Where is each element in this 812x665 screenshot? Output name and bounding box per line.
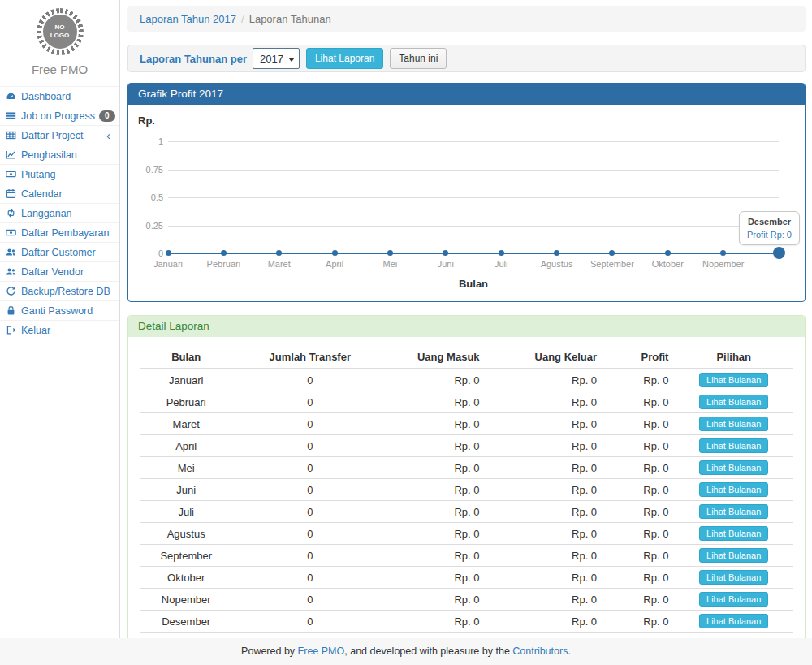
sidebar-item-langganan[interactable]: Langganan xyxy=(0,203,119,222)
lihat-bulanan-button[interactable]: Lihat Bulanan xyxy=(699,438,768,453)
tasks-icon xyxy=(6,110,17,122)
sidebar-item-calendar[interactable]: Calendar xyxy=(0,184,119,203)
column-header: Profit xyxy=(603,347,675,369)
profit-line xyxy=(168,253,779,255)
sidebar-item-daftar-pembayaran[interactable]: Daftar Pembayaran xyxy=(0,222,119,242)
lihat-bulanan-button[interactable]: Lihat Bulanan xyxy=(699,614,768,628)
sidebar-item-daftar-project[interactable]: Daftar Project‹ xyxy=(0,125,119,145)
profit-cell: Rp. 0 xyxy=(603,391,675,413)
uang_keluar-cell: Rp. 0 xyxy=(486,589,604,611)
data-point-pebruari[interactable] xyxy=(221,250,227,256)
x-tick-label: Pebruari xyxy=(207,259,241,269)
sidebar-item-job-on-progress[interactable]: Job on Progress0 xyxy=(0,106,119,125)
uang_masuk-cell: Rp. 0 xyxy=(388,391,486,413)
uang_masuk-cell: Rp. 0 xyxy=(388,501,486,523)
sidebar-item-label: Daftar Pembayaran xyxy=(21,227,109,239)
lihat-bulanan-button[interactable]: Lihat Bulanan xyxy=(699,373,768,387)
x-tick-label: April xyxy=(326,259,343,269)
lihat-bulanan-button[interactable]: Lihat Bulanan xyxy=(699,526,768,541)
bulan-cell: Juli xyxy=(140,501,231,523)
sidebar-item-backup-restore-db[interactable]: Backup/Restore DB xyxy=(0,281,119,300)
uang_masuk-cell: Rp. 0 xyxy=(388,369,486,391)
lihat-bulanan-button[interactable]: Lihat Bulanan xyxy=(699,482,768,497)
sidebar-item-ganti-password[interactable]: Ganti Password xyxy=(0,300,119,320)
sidebar-item-label: Calendar xyxy=(21,188,63,200)
dashboard-icon xyxy=(6,91,17,102)
data-point-januari[interactable] xyxy=(166,250,171,256)
sidebar-item-daftar-customer[interactable]: Daftar Customer xyxy=(0,242,119,261)
action-cell: Lihat Bulanan xyxy=(675,545,793,567)
lihat-bulanan-button[interactable]: Lihat Bulanan xyxy=(699,395,768,409)
lihat-bulanan-button[interactable]: Lihat Bulanan xyxy=(699,548,768,563)
jumlah_transfer-cell: 0 xyxy=(231,457,388,479)
money-icon xyxy=(6,227,17,239)
lihat-laporan-button[interactable]: Lihat Laporan xyxy=(306,48,383,70)
table-row: Januari0Rp. 0Rp. 0Rp. 0Lihat Bulanan xyxy=(140,369,793,391)
x-tick-label: Mei xyxy=(383,259,398,269)
lihat-bulanan-button[interactable]: Lihat Bulanan xyxy=(699,460,768,475)
table-icon xyxy=(6,130,17,141)
footer-text-suffix: . xyxy=(568,646,570,657)
data-point-april[interactable] xyxy=(332,250,338,256)
data-point-juli[interactable] xyxy=(499,250,504,256)
data-point-september[interactable] xyxy=(609,250,615,256)
uang_masuk-cell: Rp. 0 xyxy=(388,413,486,435)
data-point-juni[interactable] xyxy=(443,250,448,256)
profit-chart-plot: Desember Profit Rp: 0 00.250.50.751Janua… xyxy=(168,141,779,253)
footer-text-middle: , and developed with pleasure by the xyxy=(344,646,512,657)
x-tick-label: Januari xyxy=(153,259,183,269)
sidebar-item-piutang[interactable]: Piutang xyxy=(0,164,119,184)
lihat-bulanan-button[interactable]: Lihat Bulanan xyxy=(699,504,768,519)
lihat-bulanan-button[interactable]: Lihat Bulanan xyxy=(699,417,768,431)
sidebar-item-label: Backup/Restore DB xyxy=(21,286,110,297)
breadcrumb-link[interactable]: Laporan Tahun 2017 xyxy=(140,13,236,25)
profit-chart-panel: Grafik Profit 2017 Rp. Desember Profit R… xyxy=(127,83,806,302)
profit-cell: Rp. 0 xyxy=(603,501,675,523)
action-cell: Lihat Bulanan xyxy=(675,567,793,589)
sidebar: NO LOGO Free PMO DashboardJob on Progres… xyxy=(0,0,120,638)
jumlah_transfer-cell: 0 xyxy=(231,545,388,567)
data-point-oktober[interactable] xyxy=(665,250,671,256)
table-row: Oktober0Rp. 0Rp. 0Rp. 0Lihat Bulanan xyxy=(140,567,793,589)
data-point-maret[interactable] xyxy=(276,250,282,256)
data-point-desember[interactable] xyxy=(773,247,785,259)
sidebar-item-label: Job on Progress xyxy=(21,110,95,122)
column-header: Uang Masuk xyxy=(388,347,486,369)
column-header: Jumlah Transfer xyxy=(231,347,388,369)
uang_keluar-cell: Rp. 0 xyxy=(486,391,604,413)
table-row: Mei0Rp. 0Rp. 0Rp. 0Lihat Bulanan xyxy=(140,457,793,479)
jumlah_transfer-cell: 0 xyxy=(231,391,388,413)
free-pmo-link[interactable]: Free PMO xyxy=(298,646,345,657)
retweet-icon xyxy=(6,208,17,219)
column-header: Pilihan xyxy=(675,347,793,369)
gridline xyxy=(168,170,779,171)
page-footer: Powered by Free PMO, and developed with … xyxy=(0,638,812,665)
tahun-ini-button[interactable]: Tahun ini xyxy=(390,48,447,70)
y-tick-label: 0.75 xyxy=(135,165,163,175)
data-point-mei[interactable] xyxy=(387,250,393,256)
lihat-bulanan-button[interactable]: Lihat Bulanan xyxy=(699,592,768,607)
action-cell: Lihat Bulanan xyxy=(675,611,793,633)
sidebar-item-daftar-vendor[interactable]: Daftar Vendor xyxy=(0,261,119,281)
y-tick-label: 0.5 xyxy=(135,192,163,202)
uang_keluar-cell: Rp. 0 xyxy=(486,369,604,391)
x-tick-label: Juni xyxy=(438,259,454,269)
bulan-cell: September xyxy=(140,545,231,567)
table-row: Juni0Rp. 0Rp. 0Rp. 0Lihat Bulanan xyxy=(140,479,793,501)
sidebar-item-dashboard[interactable]: Dashboard xyxy=(0,86,119,106)
uang_keluar-cell: Rp. 0 xyxy=(486,457,604,479)
jumlah_transfer-cell: 0 xyxy=(231,567,388,589)
jumlah_transfer-cell: 0 xyxy=(231,611,388,633)
jumlah_transfer-cell: 0 xyxy=(231,523,388,545)
sidebar-item-keluar[interactable]: Keluar xyxy=(0,320,119,339)
lihat-bulanan-button[interactable]: Lihat Bulanan xyxy=(699,570,768,585)
jumlah_transfer-cell: 0 xyxy=(231,435,388,457)
contributors-link[interactable]: Contributors xyxy=(512,646,568,657)
data-point-agustus[interactable] xyxy=(554,250,559,256)
bulan-cell: Agustus xyxy=(140,523,231,545)
sidebar-item-penghasilan[interactable]: Penghasilan xyxy=(0,145,119,164)
line-chart-icon xyxy=(6,149,17,161)
data-point-nopember[interactable] xyxy=(720,250,726,256)
detail-report-body: BulanJumlah TransferUang MasukUang Kelua… xyxy=(128,337,805,663)
year-select[interactable]: 2017 xyxy=(253,48,300,69)
